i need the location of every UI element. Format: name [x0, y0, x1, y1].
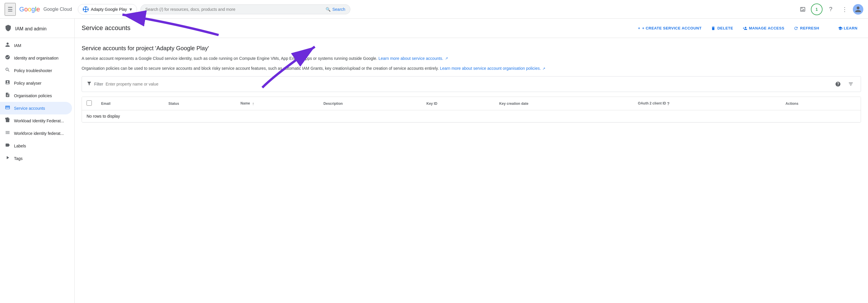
- topbar: ☰ Google Google Cloud Adapty Google Play…: [0, 0, 868, 19]
- sidebar-item-label: Identity and organisation: [14, 56, 59, 60]
- sidebar-item-label: Organisation policies: [14, 93, 52, 98]
- svg-rect-1: [86, 7, 88, 9]
- checkbox-column-header: [82, 97, 96, 110]
- description-1: A service account represents a Google Cl…: [82, 55, 861, 62]
- google-cloud-logo[interactable]: Google Google Cloud: [19, 5, 72, 13]
- workforce-identity-icon: [5, 130, 10, 137]
- filter-input[interactable]: [105, 82, 830, 86]
- tags-icon: [5, 155, 10, 162]
- sidebar-item-iam[interactable]: IAM: [0, 39, 72, 52]
- refresh-button[interactable]: REFRESH: [790, 23, 823, 33]
- project-selector[interactable]: Adapty Google Play ▾: [78, 4, 137, 15]
- description-2: Organisation policies can be used to sec…: [82, 65, 861, 72]
- key-creation-date-column-header: Key creation date: [495, 97, 633, 110]
- filter-help-button[interactable]: [833, 79, 843, 89]
- workload-identity-icon: [5, 117, 10, 124]
- column-settings-button[interactable]: [845, 79, 856, 89]
- search-input[interactable]: [146, 7, 323, 12]
- learn-icon: [838, 26, 843, 31]
- manage-access-icon: [743, 26, 747, 31]
- shield-icon: [5, 25, 12, 33]
- no-rows-row: No rows to display: [82, 110, 861, 122]
- sidebar-item-service-accounts[interactable]: Service accounts: [0, 102, 72, 114]
- refresh-icon: [794, 26, 798, 31]
- name-column-header[interactable]: Name ↑: [236, 97, 319, 110]
- sidebar-item-policy-analyser[interactable]: Policy analyser: [0, 77, 72, 89]
- delete-icon: [711, 26, 716, 31]
- filter-icon: [87, 81, 92, 88]
- manage-access-button[interactable]: MANAGE ACCESS: [739, 23, 788, 33]
- actions-column-header: Actions: [781, 97, 861, 110]
- select-all-checkbox[interactable]: [87, 101, 92, 106]
- sidebar-item-policy-troubleshooter[interactable]: Policy troubleshooter: [0, 64, 72, 77]
- sidebar-item-label: IAM: [14, 43, 21, 48]
- create-label: + CREATE SERVICE ACCOUNT: [642, 26, 702, 30]
- learn-button[interactable]: LEARN: [835, 23, 861, 33]
- org-policies-icon: [5, 92, 10, 99]
- layout: IAM and admin IAM Identity and organisat…: [0, 19, 868, 303]
- service-accounts-icon: [5, 105, 10, 111]
- hamburger-menu-button[interactable]: ☰: [5, 3, 16, 16]
- sidebar-item-workload-identity[interactable]: Workload Identity Federat...: [0, 114, 72, 127]
- content-body: Service accounts for project 'Adapty Goo…: [74, 38, 868, 130]
- sidebar-item-workforce-identity[interactable]: Workforce identity federat...: [0, 127, 72, 140]
- project-icon: [83, 6, 89, 12]
- manage-access-label: MANAGE ACCESS: [749, 26, 785, 30]
- delete-label: DELETE: [717, 26, 733, 30]
- service-accounts-table: Email Status Name ↑ Description Key ID K…: [82, 97, 861, 122]
- terminal-button[interactable]: [797, 3, 809, 15]
- search-icon: 🔍: [326, 7, 331, 12]
- main-content: Service accounts + + CREATE SERVICE ACCO…: [74, 19, 868, 303]
- filter-bar: Filter: [82, 76, 861, 92]
- external-link-icon-1: ↗: [445, 56, 448, 60]
- description-column-header: Description: [319, 97, 422, 110]
- policy-analyser-icon: [5, 80, 10, 86]
- page-title: Service accounts: [82, 24, 630, 32]
- cloud-label: Google Cloud: [43, 7, 72, 12]
- sidebar-item-label: Policy analyser: [14, 81, 41, 85]
- external-link-icon-2: ↗: [542, 66, 545, 71]
- sidebar: IAM and admin IAM Identity and organisat…: [0, 19, 74, 303]
- name-sort-icon: ↑: [252, 101, 254, 106]
- sidebar-item-org-policies[interactable]: Organisation policies: [0, 89, 72, 102]
- page-header: Service accounts + + CREATE SERVICE ACCO…: [74, 19, 868, 38]
- project-name: Adapty Google Play: [91, 7, 127, 12]
- no-rows-message: No rows to display: [82, 110, 861, 122]
- oauth2-help-icon[interactable]: ?: [667, 101, 670, 106]
- sidebar-item-tags[interactable]: Tags: [0, 152, 72, 165]
- learn-label: LEARN: [844, 26, 858, 30]
- sidebar-header: IAM and admin: [0, 21, 74, 36]
- content-title: Service accounts for project 'Adapty Goo…: [82, 45, 861, 52]
- sidebar-item-label: Tags: [14, 156, 23, 161]
- create-icon: +: [638, 26, 640, 30]
- policy-troubleshooter-icon: [5, 67, 10, 74]
- search-button[interactable]: 🔍 Search: [326, 7, 345, 12]
- svg-rect-3: [86, 10, 88, 11]
- sidebar-item-label: Workforce identity federat...: [14, 131, 64, 136]
- topbar-actions: 1 ? ⋮: [797, 3, 863, 15]
- filter-label: Filter: [94, 82, 103, 86]
- svg-rect-2: [84, 10, 85, 11]
- key-id-column-header: Key ID: [422, 97, 495, 110]
- sidebar-title: IAM and admin: [15, 26, 46, 31]
- notification-button[interactable]: 1: [811, 3, 823, 15]
- help-button[interactable]: ?: [825, 3, 837, 15]
- avatar[interactable]: [853, 4, 863, 15]
- sidebar-item-label: Service accounts: [14, 106, 45, 111]
- oauth2-client-id-column-header: OAuth 2 client ID ?: [633, 97, 781, 110]
- sidebar-item-label: Policy troubleshooter: [14, 68, 52, 73]
- more-options-button[interactable]: ⋮: [839, 3, 850, 15]
- learn-more-service-accounts-link[interactable]: Learn more about service accounts. ↗: [378, 56, 448, 61]
- table-container: Email Status Name ↑ Description Key ID K…: [82, 97, 861, 122]
- sidebar-item-labels[interactable]: Labels: [0, 140, 72, 152]
- create-service-account-button[interactable]: + + CREATE SERVICE ACCOUNT: [634, 24, 705, 33]
- search-bar: 🔍 Search: [141, 4, 350, 14]
- delete-button[interactable]: DELETE: [707, 23, 737, 33]
- sidebar-item-label: Workload Identity Federat...: [14, 118, 64, 123]
- refresh-label: REFRESH: [800, 26, 819, 30]
- labels-icon: [5, 142, 10, 149]
- sidebar-item-label: Labels: [14, 144, 26, 148]
- sidebar-item-identity[interactable]: Identity and organisation: [0, 52, 72, 64]
- project-dropdown-arrow: ▾: [129, 6, 132, 12]
- learn-more-org-policies-link[interactable]: Learn more about service account organis…: [440, 66, 545, 71]
